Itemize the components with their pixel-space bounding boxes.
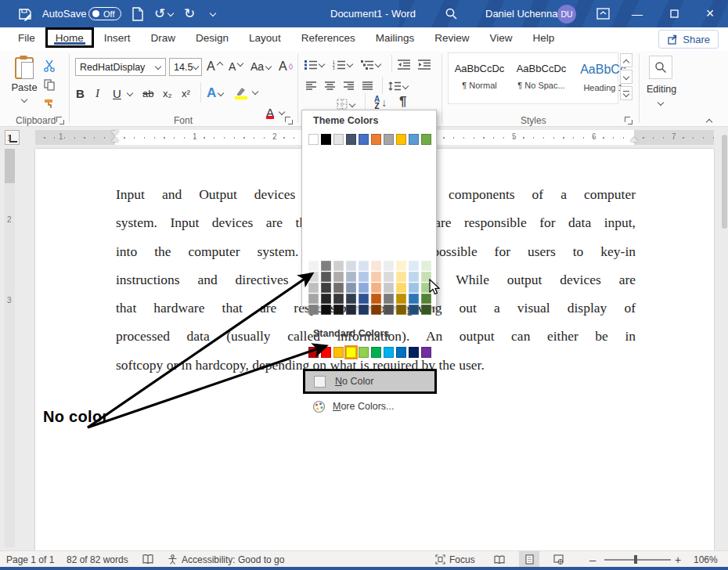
superscript-button[interactable]: x² [182, 84, 190, 103]
ribbon-display-options-icon[interactable] [596, 0, 610, 27]
increase-indent-button[interactable] [418, 55, 431, 74]
standard-color-swatch[interactable] [359, 347, 369, 358]
first-line-indent-marker[interactable] [111, 131, 119, 135]
font-name-select[interactable]: RedHatDisplay [75, 58, 166, 76]
editing-group-button[interactable]: Editing [643, 84, 679, 95]
change-case-button[interactable]: Aa [250, 57, 272, 76]
theme-variant-swatch[interactable] [396, 272, 406, 282]
standard-color-swatch[interactable] [308, 347, 319, 358]
tab-view[interactable]: View [479, 27, 522, 48]
theme-variant-swatch[interactable] [321, 272, 331, 282]
focus-button[interactable]: Focus [435, 551, 475, 568]
numbering-button[interactable]: 123 [333, 55, 353, 74]
theme-variant-swatch[interactable] [308, 294, 319, 304]
underline-button[interactable]: U [113, 84, 121, 103]
theme-variant-swatch[interactable] [346, 305, 356, 315]
font-size-select[interactable]: 14.5 [169, 58, 202, 76]
theme-color-swatch[interactable] [321, 134, 331, 145]
decrease-indent-button[interactable] [398, 55, 410, 74]
theme-variant-swatch[interactable] [409, 272, 419, 282]
no-color-menu-item[interactable]: No Color [303, 369, 437, 394]
theme-color-swatch[interactable] [371, 134, 381, 145]
theme-variant-swatch[interactable] [346, 294, 356, 304]
minimize-button[interactable]: — [624, 0, 651, 27]
share-button[interactable]: Share [658, 30, 719, 49]
shrink-font-button[interactable]: A [229, 57, 243, 76]
multilevel-list-button[interactable] [361, 55, 381, 74]
grow-font-button[interactable]: A [207, 57, 223, 76]
theme-color-swatch[interactable] [359, 134, 369, 145]
theme-variant-swatch[interactable] [333, 294, 344, 304]
bullets-button[interactable] [305, 55, 325, 74]
zoom-in-button[interactable]: + [675, 551, 681, 568]
search-icon[interactable] [445, 0, 458, 27]
theme-variant-swatch[interactable] [359, 305, 369, 315]
tab-file[interactable]: File [8, 27, 45, 48]
justify-button[interactable] [362, 77, 373, 96]
tab-references[interactable]: References [291, 27, 366, 48]
theme-variant-swatch[interactable] [333, 305, 344, 315]
theme-variant-swatch[interactable] [396, 294, 406, 304]
styles-scroll-down-button[interactable] [620, 70, 632, 84]
editing-chevron[interactable] [658, 96, 664, 108]
zoom-slider-track[interactable] [604, 559, 671, 561]
accessibility-status[interactable]: Accessibility: Good to go [168, 551, 284, 568]
standard-color-swatch[interactable] [346, 347, 356, 358]
theme-variant-swatch[interactable] [346, 283, 356, 293]
standard-color-swatch[interactable] [321, 347, 331, 358]
clear-formatting-button[interactable]: A◊ [279, 57, 293, 76]
align-center-button[interactable] [325, 77, 335, 96]
theme-variant-swatch[interactable] [421, 305, 431, 315]
right-indent-marker[interactable] [630, 137, 638, 142]
theme-variant-swatch[interactable] [409, 294, 419, 304]
zoom-slider-thumb[interactable] [634, 555, 637, 564]
theme-color-swatch[interactable] [396, 134, 406, 145]
standard-color-swatch[interactable] [384, 347, 394, 358]
proofing-icon[interactable] [142, 551, 153, 568]
new-document-icon[interactable] [132, 0, 143, 27]
theme-variant-swatch[interactable] [359, 294, 369, 304]
theme-color-swatch[interactable] [384, 134, 394, 145]
save-icon[interactable] [17, 0, 33, 27]
theme-variant-swatch[interactable] [359, 272, 369, 282]
tab-insert[interactable]: Insert [94, 27, 141, 48]
print-layout-button[interactable] [519, 551, 539, 568]
tab-home[interactable]: Home [45, 27, 94, 48]
standard-color-swatch[interactable] [333, 347, 344, 358]
theme-variant-swatch[interactable] [396, 283, 406, 293]
format-painter-button[interactable] [41, 95, 58, 112]
theme-variant-swatch[interactable] [346, 261, 356, 271]
standard-color-swatch[interactable] [371, 347, 381, 358]
align-left-button[interactable] [306, 77, 316, 96]
more-colors-menu-item[interactable]: More Colors... [303, 397, 437, 416]
theme-variant-swatch[interactable] [371, 272, 381, 282]
pilcrow-button[interactable]: ¶ [399, 92, 406, 111]
strikethrough-button[interactable]: ab [142, 84, 153, 103]
customize-toolbar-button[interactable] [210, 0, 216, 27]
theme-variant-swatch[interactable] [384, 283, 394, 293]
word-count[interactable]: 82 of 82 words [67, 551, 128, 568]
theme-variant-swatch[interactable] [396, 261, 406, 271]
theme-variant-swatch[interactable] [384, 272, 394, 282]
collapse-ribbon-button[interactable] [706, 114, 712, 125]
styles-scroll-up-button[interactable] [620, 53, 632, 67]
theme-variant-swatch[interactable] [384, 305, 394, 315]
page-indicator[interactable]: Page 1 of 1 [6, 551, 54, 568]
theme-color-swatch[interactable] [308, 134, 319, 145]
theme-variant-swatch[interactable] [371, 261, 381, 271]
redo-button[interactable]: ↻ [184, 0, 195, 27]
theme-color-swatch[interactable] [346, 134, 356, 145]
theme-variant-swatch[interactable] [396, 305, 406, 315]
theme-variant-swatch[interactable] [308, 305, 319, 315]
align-right-button[interactable] [344, 77, 354, 96]
theme-variant-swatch[interactable] [321, 283, 331, 293]
theme-variant-swatch[interactable] [409, 283, 419, 293]
read-mode-button[interactable] [489, 551, 510, 568]
theme-color-swatch[interactable] [333, 134, 344, 145]
theme-variant-swatch[interactable] [409, 305, 419, 315]
theme-variant-swatch[interactable] [308, 283, 319, 293]
standard-color-swatch[interactable] [421, 347, 431, 358]
theme-variant-swatch[interactable] [333, 272, 344, 282]
zoom-level[interactable]: 106% [694, 551, 718, 568]
italic-button[interactable]: I [96, 84, 99, 103]
